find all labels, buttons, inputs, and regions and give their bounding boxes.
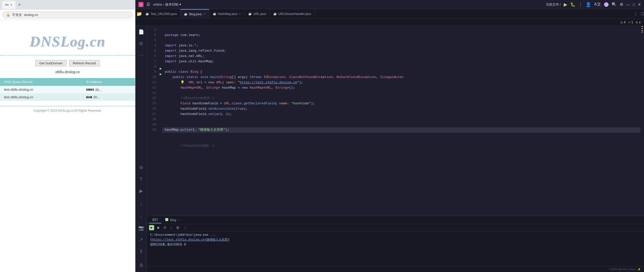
- settings-icon[interactable]: ⚙: [620, 2, 623, 7]
- bottom-run-button[interactable]: ▶: [149, 225, 154, 230]
- sidebar-dots-icon[interactable]: ⋯: [137, 51, 145, 59]
- current-file-label: 当前文件 /: [546, 2, 561, 7]
- translate-icon[interactable]: A文: [594, 2, 601, 7]
- sidebar-up-icon[interactable]: ↑: [137, 201, 145, 209]
- tab-label: rm: [5, 3, 9, 7]
- tab-label-url: URL.java: [253, 12, 266, 16]
- more-button[interactable]: ⋮: [182, 225, 188, 230]
- address-input[interactable]: 🔓 不安全 dnslog.cn: [3, 11, 133, 18]
- user-icon[interactable]: 👤: [586, 2, 591, 7]
- code-content: package com.learn; import java.io.*; imp…: [165, 26, 640, 216]
- rerun-button[interactable]: ↺: [162, 225, 167, 230]
- tab-close-blog[interactable]: ✕: [203, 12, 205, 16]
- hamburger-menu-icon[interactable]: ☰: [147, 2, 150, 7]
- tab-hashmap[interactable]: ☕ HashMap.java ✕: [209, 9, 245, 19]
- tab-blog[interactable]: ☕ Blog.java ✕: [180, 9, 209, 19]
- split-view-icon[interactable]: □: [641, 11, 644, 16]
- java-file-icon-2: ☕: [184, 12, 188, 16]
- bottom-toolbar: ▶ ■ ↺ ↓ ⚙ ⋮: [147, 224, 644, 231]
- browser-panel: rm ✕ + 🔓 不安全 dnslog.cn DNSLog.cn Get Sub…: [0, 0, 135, 272]
- sidebar-files-icon[interactable]: 📄: [137, 28, 145, 36]
- new-tab-button[interactable]: +: [16, 2, 23, 8]
- ide-titlebar: J ☰ urldns › 版本控制 ▾ 当前文件 / ▶ 🐛 ⋮ 👤 A文 🔍 …: [135, 0, 644, 9]
- scroll-marker-2: [642, 28, 643, 29]
- minimize-icon[interactable]: —: [626, 3, 630, 7]
- sidebar-settings-icon[interactable]: ⚙: [137, 164, 145, 172]
- java-file-icon-5: ☕: [273, 12, 277, 15]
- output-link: https://test.xtbfiu.dnslog.cn=随便输入点东西: [152, 238, 228, 242]
- bottom-tab-blog[interactable]: Blog ✕: [162, 217, 183, 223]
- ip-cell: 20...: [82, 93, 135, 101]
- ip-address-header: IP Address: [82, 78, 135, 86]
- line-numbers: 12345 678910 1112131415 1617181920: [147, 26, 160, 216]
- tab-label-urlstreamhandler: URLStreamHandler.java: [278, 12, 311, 16]
- address-url: dnslog.cn: [24, 13, 38, 17]
- stop-button[interactable]: ■: [156, 225, 160, 230]
- close-icon[interactable]: ✕: [638, 3, 641, 7]
- sidebar-down-icon[interactable]: ↓: [137, 212, 145, 220]
- ide-tabs: 📁 ☕ Test_URLDNS.java ☕ Blog.java ✕ ☕ Has…: [135, 9, 644, 19]
- chevron-down-icon: ›: [163, 3, 164, 6]
- security-label: 不安全: [12, 13, 22, 17]
- get-subdomain-button[interactable]: Get SubDomain: [35, 60, 67, 66]
- output-line-2: {https://test.xtbfiu.dnslog.cn=随便输入点东西}: [150, 238, 641, 242]
- sidebar-warning-icon[interactable]: ⚠: [137, 261, 145, 269]
- sidebar-grid-icon[interactable]: ⊞: [137, 40, 145, 48]
- lock-icon: 🔓: [6, 13, 10, 17]
- tab-overflow-icon[interactable]: ⋮: [631, 11, 640, 16]
- ai-icon[interactable]: [604, 2, 609, 7]
- tab-url[interactable]: ☕ URL.java: [245, 9, 269, 19]
- lightbulb-icon: 💡: [180, 81, 184, 84]
- tab-close-icon[interactable]: ✕: [10, 3, 12, 7]
- java-file-icon-4: ☕: [248, 12, 252, 15]
- copyright: Copyright © 2019 DNSLog.cn All Rights Re…: [33, 109, 102, 112]
- browser-tab-active[interactable]: rm ✕: [2, 1, 15, 9]
- output-line-3: 进程已结束,退出代码为 0: [150, 242, 641, 247]
- subdomain-display: xtbfiu.dnslog.cn: [55, 70, 80, 74]
- scroll-marker-3: [642, 30, 643, 31]
- code-gutter: ▶ ▶: [160, 26, 165, 216]
- ide-code-area: 12345 678910 1112131415 1617181920 ▶ ▶ p…: [147, 26, 644, 272]
- ide-project-name: urldns › 版本控制 ▾: [153, 2, 181, 7]
- java-file-icon: ☕: [146, 12, 149, 15]
- code-editor[interactable]: 12345 678910 1112131415 1617181920 ▶ ▶ p…: [147, 26, 644, 216]
- chevron-down-icon-2: ▾: [179, 3, 181, 6]
- run-arrow-9[interactable]: ▶: [160, 71, 165, 77]
- table-row: test.xtbfiu.dnslog.cn 20...: [0, 93, 135, 101]
- scroll-marker-4: [642, 32, 643, 32]
- button-row: Get SubDomain Refresh Record: [35, 60, 100, 66]
- ide-logo-icon: J: [138, 2, 143, 7]
- browser-tab-bar: rm ✕ +: [0, 0, 135, 10]
- tab-label-test: Test_URLDNS.java: [151, 12, 177, 16]
- scroll-marker-1: [642, 26, 643, 27]
- settings-button[interactable]: ⚙: [175, 225, 180, 230]
- search-icon[interactable]: 🔍: [612, 2, 617, 7]
- tab-urlstreamhandler[interactable]: ☕ URLStreamHandler.java: [270, 9, 315, 19]
- run-arrow-8[interactable]: ▶: [160, 66, 165, 71]
- tab-test-urldns[interactable]: ☕ Test_URLDNS.java: [142, 9, 180, 19]
- ide-right-gutter: [640, 26, 644, 216]
- sidebar-template-icon[interactable]: T: [137, 175, 145, 183]
- run-button-title[interactable]: ▶: [564, 2, 567, 7]
- sidebar-camera-icon[interactable]: 📷: [137, 224, 145, 232]
- dns-table: DNS Query Record IP Address test.xtbfiu.…: [0, 78, 135, 101]
- dns-record-cell: test.xtbfiu.dnslog.cn: [0, 86, 82, 93]
- scroll-to-end-button[interactable]: ↓: [169, 225, 173, 230]
- debug-icon[interactable]: 🐛: [570, 2, 575, 7]
- sidebar-run-bottom-icon[interactable]: ▶: [137, 187, 145, 195]
- refresh-record-button[interactable]: Refresh Record: [69, 60, 100, 66]
- ide-panel: J ☰ urldns › 版本控制 ▾ 当前文件 / ▶ 🐛 ⋮ 👤 A文 🔍 …: [135, 0, 644, 272]
- sidebar-external-icon[interactable]: ↗: [137, 236, 145, 244]
- maximize-icon[interactable]: □: [633, 3, 635, 7]
- ide-bottom-panel: 运行 Blog ✕ ▶ ■ ↺ ↓ ⚙ ⋮ C:\Environm: [147, 216, 644, 266]
- tab-close-hashmap[interactable]: ✕: [239, 12, 241, 15]
- ide-titlebar-right: 当前文件 / ▶ 🐛 ⋮ 👤 A文 🔍 ⚙ — □ ✕: [546, 2, 641, 7]
- bottom-tab-run[interactable]: 运行: [149, 217, 161, 223]
- bottom-console-output: C:\Environment\jdk8\bin\java.exe ... {ht…: [147, 231, 644, 266]
- java-file-icon-3: ☕: [213, 12, 216, 15]
- sidebar-info-icon[interactable]: ℹ: [137, 247, 145, 255]
- blog-tab-close[interactable]: ✕: [178, 219, 180, 222]
- more-options-icon[interactable]: ⋮: [578, 2, 583, 7]
- folder-icon[interactable]: 📁: [136, 11, 142, 17]
- table-row: test.xtbfiu.dnslog.cn 20...: [0, 86, 135, 93]
